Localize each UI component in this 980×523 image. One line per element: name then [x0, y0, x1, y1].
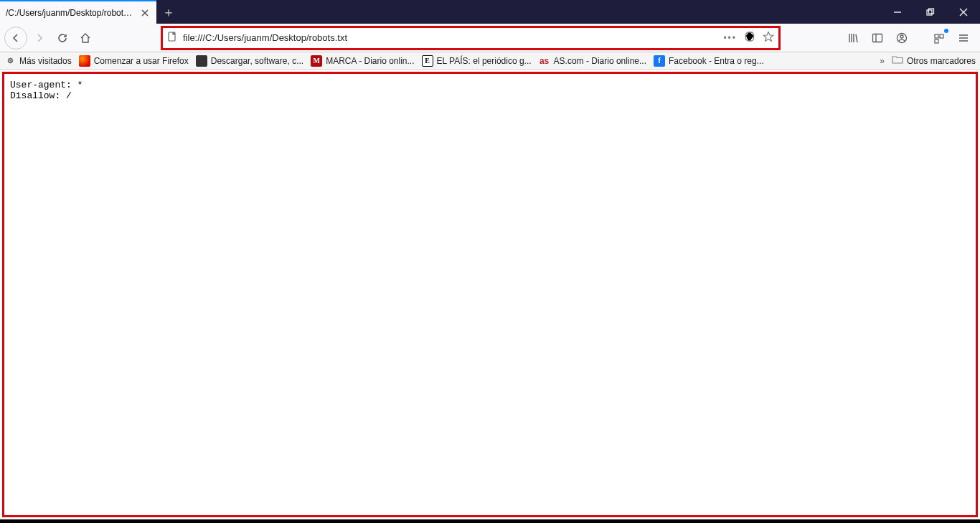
favicon-icon: E — [422, 55, 433, 67]
other-bookmarks-label: Otros marcadores — [907, 56, 976, 66]
bookmark-item[interactable]: EEL PAÍS: el periódico g... — [422, 55, 532, 67]
new-tab-button[interactable]: ＋ — [156, 0, 180, 24]
other-bookmarks-folder[interactable]: Otros marcadores — [892, 55, 976, 67]
home-button[interactable] — [75, 27, 96, 49]
svg-rect-7 — [935, 34, 938, 38]
bookmark-item[interactable]: asAS.com - Diario online... — [539, 55, 646, 67]
bookmark-label: AS.com - Diario online... — [554, 56, 646, 66]
sidebars-icon[interactable] — [867, 27, 888, 49]
bookmark-item[interactable]: Comenzar a usar Firefox — [79, 55, 189, 67]
url-text: file:///C:/Users/juanm/Desktop/robots.tx… — [183, 32, 717, 43]
folder-icon — [892, 55, 903, 67]
extensions-icon[interactable] — [928, 27, 950, 49]
reader-mode-icon[interactable] — [744, 31, 755, 44]
toolbar-right — [842, 27, 976, 49]
library-icon[interactable] — [842, 27, 864, 49]
bookmark-label: Más visitados — [19, 56, 72, 66]
svg-rect-4 — [873, 34, 882, 42]
maximize-restore-button[interactable] — [914, 0, 947, 24]
bookmark-item[interactable]: ↓Descargar, software, c... — [196, 55, 303, 67]
address-bar[interactable]: file:///C:/Users/juanm/Desktop/robots.tx… — [162, 27, 779, 49]
forward-button[interactable] — [29, 27, 50, 49]
favicon-icon — [79, 55, 90, 67]
tab-title: /C:/Users/juanm/Desktop/robots.tx — [6, 8, 135, 18]
bookmark-item[interactable]: fFacebook - Entra o reg... — [654, 55, 764, 67]
favicon-icon: M — [311, 55, 322, 67]
bookmarks-overflow-icon[interactable]: » — [880, 56, 885, 66]
account-icon[interactable] — [891, 27, 913, 49]
back-button[interactable] — [4, 27, 27, 50]
bookmark-item[interactable]: ⚙Más visitados — [4, 55, 72, 67]
bookmark-star-icon[interactable] — [763, 31, 774, 44]
bookmark-label: Facebook - Entra o reg... — [669, 56, 764, 66]
favicon-icon: ⚙ — [4, 55, 16, 67]
tab-strip: /C:/Users/juanm/Desktop/robots.tx ＋ — [0, 0, 980, 24]
svg-rect-9 — [935, 39, 938, 43]
minimize-button[interactable] — [881, 0, 914, 24]
file-text: User-agent: * Disallow: / — [10, 80, 970, 101]
bookmark-label: Comenzar a usar Firefox — [94, 56, 189, 66]
page-actions-ellipsis-icon[interactable]: ••• — [723, 33, 737, 43]
svg-rect-0 — [927, 10, 932, 15]
close-tab-icon[interactable] — [139, 7, 151, 19]
favicon-icon: f — [654, 55, 665, 67]
bookmark-label: Descargar, software, c... — [211, 56, 303, 66]
page-content: User-agent: * Disallow: / — [2, 72, 978, 517]
nav-controls — [4, 27, 96, 50]
nav-toolbar: file:///C:/Users/juanm/Desktop/robots.tx… — [0, 24, 980, 52]
svg-point-6 — [900, 35, 903, 38]
notification-dot-icon — [944, 29, 948, 33]
bookmark-item[interactable]: MMARCA - Diario onlin... — [311, 55, 414, 67]
favicon-icon: as — [539, 55, 550, 67]
window-controls — [881, 0, 980, 24]
app-menu-icon[interactable] — [953, 27, 974, 49]
close-window-button[interactable] — [947, 0, 980, 24]
favicon-icon: ↓ — [196, 55, 207, 67]
bookmark-label: MARCA - Diario onlin... — [326, 56, 414, 66]
bookmarks-bar: ⚙Más visitadosComenzar a usar Firefox↓De… — [0, 52, 980, 70]
page-identity-icon — [167, 32, 177, 44]
reload-button[interactable] — [52, 27, 73, 49]
svg-rect-8 — [940, 34, 943, 38]
content-viewport: User-agent: * Disallow: / — [0, 70, 980, 519]
svg-rect-1 — [929, 9, 934, 14]
bookmark-label: EL PAÍS: el periódico g... — [437, 56, 532, 66]
tab-active[interactable]: /C:/Users/juanm/Desktop/robots.tx — [0, 0, 156, 24]
